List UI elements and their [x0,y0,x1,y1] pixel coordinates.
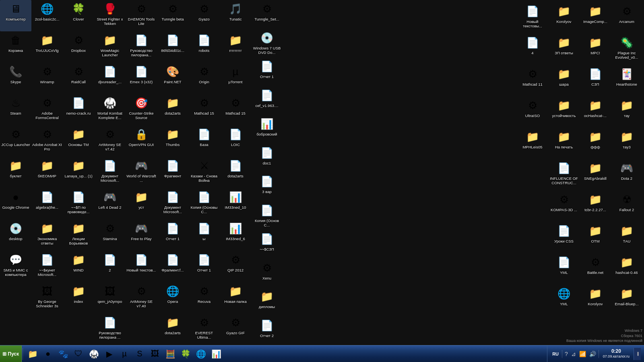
desktop-icon-street_fighter[interactable]: 🥊Street Fighter x Tekken [94,0,126,31]
desktop-icon-tcbr[interactable]: 📁tcbr-2.2.27... [580,191,611,222]
desktop-icon-dota2arts2[interactable]: 📁dota2arts [157,314,188,345]
desktop-icon-adobe_acrobat[interactable]: ⚙Adobe Acrobat XI Pro [31,125,63,157]
desktop-icon-dropbox[interactable]: ⚙Dropbox [63,31,94,63]
desktop-icon-robots[interactable]: 📄robots [188,31,220,63]
desktop-icon-nemo_crack[interactable]: 📄nemo-crack.ru [63,94,94,125]
desktop-icon-stamina[interactable]: ⚙Stamina [94,220,126,251]
desktop-icon-index[interactable]: 📁index [63,282,94,314]
desktop-icon-skunet[interactable]: 📄~~$кунет Microsoft... [31,251,63,282]
desktop-icon-new_textov[interactable]: 📄Новый текстовы... [517,2,548,34]
desktop-icon-fp_po[interactable]: 📄~~$П по правоведе... [63,188,94,220]
desktop-icon-fragment[interactable]: 📄Фрагмент [157,157,188,188]
desktop-icon-mortal_kombat[interactable]: 🥋Mortal Kombat Komplete E... [94,94,126,125]
desktop-icon-fff[interactable]: 📁ффф [580,128,611,159]
desktop-icon-2_file[interactable]: 📄2 [94,251,126,282]
desktop-icon-doc1[interactable]: 📄doc1 [251,144,283,173]
desktop-icon-adobe_forms[interactable]: ⚙Adobe FormsCentral [31,94,63,125]
desktop-icon-arcanum[interactable]: ⚙Arcanum [611,2,642,34]
desktop-icon-fallout2[interactable]: ☢Fallout 2 [611,191,642,222]
desktop-icon-daemon[interactable]: ⚙DAEMON Tools Lite [126,0,157,31]
desktop-icon-paint_net[interactable]: 🎨Paint.NET [157,63,188,94]
desktop-icon-dota2[interactable]: 🎮Dota 2 [611,159,642,191]
desktop-icon-openVPN[interactable]: 🔒OpenVPN GUI [126,125,157,157]
desktop-icon-gyazo_gif[interactable]: ⚙Gyazo GIF [220,314,251,345]
desktop-icon-steam[interactable]: ♨Steam [0,94,31,125]
desktop-icon-mathcad_inst[interactable]: ⚙Mathcad 11 [517,65,548,97]
desktop-icon-86f_file[interactable]: 📄86fd34d01c... [157,31,188,63]
desktop-icon-doc_microsoft2[interactable]: 📄Документ Microsoft... [157,188,188,220]
desktop-icon-dota2arts3[interactable]: 📄dota2arts [220,157,251,188]
desktop-icon-2col[interactable]: 🌐2col-basic2c... [31,0,63,31]
desktop-icon-desktop_lnk[interactable]: 💿desktop [0,220,31,251]
desktop-icon-otchet1_2[interactable]: 📄Отчет 1 [157,220,188,251]
desktop-icon-ultraiso[interactable]: ⚙UltraISO [517,97,548,128]
taskbar-icon-tb-folder[interactable]: 📁 [25,347,40,361]
desktop-icon-winamp[interactable]: ⚙Winamp [31,63,63,94]
tray-sound[interactable]: 🔊 [588,350,597,358]
desktop-icon-3p_otvety[interactable]: 📁ЗП ответы [548,34,580,65]
desktop-icon-cef[interactable]: 📄cef_v1.963.... [251,86,283,115]
desktop-icon-artmoney[interactable]: ⚙ArtMoney SE v7.42 [94,125,126,157]
desktop-icon-everest[interactable]: ⚙EVEREST Ultima... [188,314,220,345]
taskbar-icon-tb-utorrent[interactable]: µ [117,347,132,361]
desktop-icon-algebra[interactable]: 📄algebra(the... [31,188,63,220]
desktop-icon-mathcad15_2[interactable]: ⚙Mathcad 15 [220,94,251,125]
desktop-icon-руководство[interactable]: 📄Руководство пилорана... [126,31,157,63]
desktop-icon-jcup[interactable]: ⚙JCCup Launcher [0,125,31,157]
desktop-icon-mpc[interactable]: 📁MPC! [580,34,611,65]
desktop-icon-bobrovskiy[interactable]: 📊бобровский [251,115,283,144]
desktop-icon-lanaya[interactable]: 📁Lanaya_up... (1) [63,157,94,188]
desktop-icon-email_blueр[interactable]: 📁Email-Blueр... [611,285,642,316]
show-desktop-button[interactable]: ▐ [634,348,641,360]
desktop-icon-artmoney2[interactable]: ⚙ArtMoney SE v7.40 [126,282,157,314]
desktop-icon-economics[interactable]: 📁Экономика ответы [31,220,63,251]
desktop-icon-kopiya_cs[interactable]: 📄Копия (Основ С... [251,202,283,230]
desktop-icon-otchet2[interactable]: 📄Отчет 2 [251,317,283,346]
desktop-icon-emex3[interactable]: 📄Emex 3 (x32) [126,63,157,94]
desktop-icon-tunngle_beta[interactable]: ⚙Tunngle beta [157,0,188,31]
desktop-icon-tunatic[interactable]: 🎵Tunatic [220,0,251,31]
desktop-icon-kopiya[interactable]: 📄Копия (Основы С... [188,188,220,220]
desktop-icon-tau1[interactable]: 📁тау [611,97,642,128]
desktop-icon-4_file[interactable]: 📄4 [517,34,548,65]
desktop-icon-base[interactable]: 📄База [188,125,220,157]
desktop-icon-tau3[interactable]: 📁тау3 [611,128,642,159]
desktop-icon-left4dead[interactable]: 🎮Left 4 Dead 2 [94,188,126,220]
taskbar-icon-tb-xls[interactable]: 📊 [209,347,223,361]
desktop-icon-new_folder[interactable]: 📁Новая папка [220,282,251,314]
desktop-icon-y_file[interactable]: 📄ы [188,220,220,251]
desktop-icon-ochashcat[interactable]: 📁ocHashcat-... [580,97,611,128]
taskbar-icon-tb-net[interactable]: 🌐 [194,347,208,361]
desktop-icon-world_of_warcraft[interactable]: 🎮World of Warcraft ... [126,157,157,188]
desktop-icon-snegabrakill[interactable]: 📁SNEgAbrakill [580,159,611,191]
clock[interactable]: 0:20 07.09.кaтaлог.ru [601,348,632,359]
desktop-icon-na_pechat[interactable]: 📁На печать [548,128,580,159]
start-button[interactable]: ⊞ Пуск [0,346,22,362]
desktop-icon-recuva[interactable]: ⚙Recuva [188,282,220,314]
desktop-icon-influence[interactable]: 📄INFLUENCE OF CONSTRUC... [548,159,580,191]
taskbar-icon-tb-calc[interactable]: 🧮 [163,347,178,361]
desktop-icon-im33ned_10[interactable]: 📊IM33ned_10 [220,188,251,220]
tray-network[interactable]: 📶 [578,350,587,358]
desktop-icon-counter_strike[interactable]: 🎯Counter-Strike Source [126,94,157,125]
desktop-icon-sms[interactable]: 💬SMS и MМС с компьютера [0,251,31,282]
desktop-icon-battle_net[interactable]: ⚙Battle.net [580,253,611,285]
desktop-icon-mathcad15[interactable]: ⚙Mathcad 15 [188,94,220,125]
desktop-icon-qip2012[interactable]: ⚙QIP 2012 [220,251,251,282]
desktop-icon-xenu[interactable]: ⚙Xenu [251,259,283,288]
desktop-icon-otm[interactable]: 📁ОТМ [580,222,611,253]
desktop-icon-gyazo[interactable]: ⚙Gyazo [188,0,220,31]
desktop-icon-kompas3d[interactable]: ⚙KOMPAS-3D ... [548,191,580,222]
taskbar-icon-tb-leaf[interactable]: 🍀 [178,347,193,361]
desktop-icon-tunngle_set[interactable]: ⚙Tunngle_Set... [251,0,283,29]
desktop-icon-buklet[interactable]: 📁буклет [0,157,31,188]
desktop-icon-uct[interactable]: 📁уст [126,188,157,220]
desktop-icon-plague[interactable]: 🦠Plague Inc Evolved_v0... [611,34,642,65]
desktop-icon-imagecomp[interactable]: 📁ImageComp... [580,2,611,34]
desktop-icon-ustoychivost[interactable]: 📁устойчивость [548,97,580,128]
desktop-icon-trvuJUC[interactable]: 📁TrvUJUCxVlg [31,31,63,63]
desktop-icon-utorrent[interactable]: µµTorrent [220,63,251,94]
desktop-icon-otchet1_3[interactable]: 📄Отчет 1 [188,251,220,282]
desktop-icon-diplomy[interactable]: 📁дипломы [251,288,283,317]
desktop-icon-wow_magic[interactable]: 📁WowMagic Launcher [94,31,126,63]
